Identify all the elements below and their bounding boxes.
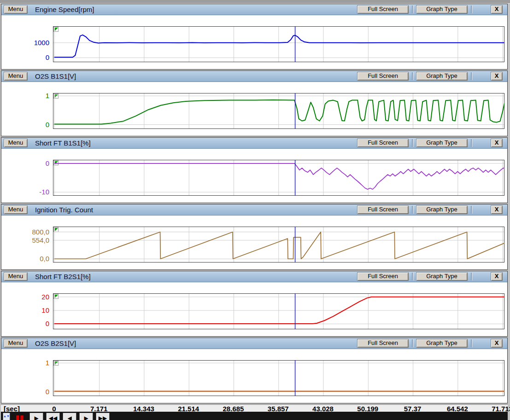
y-axis-label: 0	[7, 121, 49, 128]
full-screen-button[interactable]: Full Screen	[357, 139, 409, 147]
panel-titlebar: Menu Engine Speed[rpm] Full Screen Graph…	[1, 4, 507, 15]
y-axis-label: 20	[7, 293, 49, 301]
time-axis: [sec] 07.17114.34321.51428.68535.85743.0…	[1, 404, 508, 412]
y-axis-label: 0,0	[7, 255, 49, 262]
plot-area[interactable]	[53, 93, 504, 129]
full-screen-button[interactable]: Full Screen	[357, 5, 409, 14]
graph-type-button[interactable]: Graph Type	[416, 5, 468, 14]
trace-short-ft-b1s1	[54, 163, 504, 189]
y-axis-label: 800,0	[7, 228, 49, 236]
close-button[interactable]: X	[491, 72, 503, 81]
plot-area[interactable]	[53, 26, 504, 62]
titlebar-divider	[412, 339, 413, 347]
titlebar-divider	[471, 273, 472, 280]
app-window: Menu Engine Speed[rpm] Full Screen Graph…	[0, 0, 510, 420]
titlebar-divider	[412, 72, 413, 80]
close-button[interactable]: X	[491, 205, 503, 214]
panel-titlebar: Menu Ignition Trig. Count Full Screen Gr…	[1, 204, 507, 216]
graph-panel-stack: Menu Engine Speed[rpm] Full Screen Graph…	[0, 4, 510, 403]
panel-title: O2S B1S1[V]	[35, 72, 76, 80]
titlebar-actions: Full Screen Graph Type X	[357, 205, 503, 214]
close-button[interactable]: X	[491, 272, 503, 281]
titlebar-divider	[412, 6, 413, 13]
graph-panel-o2s-b2s1: Menu O2S B2S1[V] Full Screen Graph Type …	[1, 338, 508, 403]
playback-toolbar: ▲▼▮▮▶◀◀◀▶▶▶	[1, 412, 508, 420]
titlebar-spacer	[475, 9, 491, 10]
close-button[interactable]: X	[491, 5, 503, 14]
graph-type-button[interactable]: Graph Type	[416, 205, 468, 214]
graph-type-button[interactable]: Graph Type	[416, 272, 468, 281]
skip-end-button[interactable]: ▶▶	[96, 413, 110, 420]
titlebar-spacer	[475, 143, 491, 143]
full-screen-button[interactable]: Full Screen	[357, 272, 409, 281]
plot-area[interactable]	[53, 293, 504, 329]
graph-panel-short-ft-b1s1: Menu Short FT B1S1[%] Full Screen Graph …	[1, 137, 508, 203]
panel-titlebar: Menu Short FT B2S1[%] Full Screen Graph …	[1, 271, 507, 282]
y-axis-label: 0	[7, 159, 49, 167]
skip-start-button[interactable]: ◀◀	[46, 413, 60, 420]
step-forward-button[interactable]: ▶	[79, 413, 93, 420]
full-screen-button[interactable]: Full Screen	[357, 339, 409, 348]
step-back-button[interactable]: ◀	[63, 413, 76, 420]
titlebar-spacer	[475, 343, 491, 344]
y-axis-label: 10	[7, 306, 49, 314]
plot-area[interactable]	[53, 360, 504, 396]
close-button[interactable]: X	[491, 139, 503, 147]
pause-button[interactable]: ▮▮	[13, 413, 27, 420]
titlebar-divider	[412, 273, 413, 280]
graph-body: 800,0554,00,0	[1, 216, 507, 269]
play-button[interactable]: ▶	[29, 413, 43, 420]
y-axis-label: 1	[7, 92, 49, 99]
graph-type-button[interactable]: Graph Type	[416, 139, 468, 147]
graph-type-button[interactable]: Graph Type	[416, 339, 468, 348]
scroll-spinner[interactable]: ▲▼	[3, 413, 10, 420]
menu-button[interactable]: Menu	[4, 272, 28, 281]
panel-title: Short FT B1S1[%]	[35, 139, 91, 147]
titlebar-divider	[471, 139, 472, 147]
plot-area[interactable]	[53, 227, 504, 262]
panel-title: Ignition Trig. Count	[35, 206, 93, 214]
titlebar-spacer	[475, 276, 491, 277]
graph-body: 10000	[1, 15, 507, 69]
titlebar-divider	[471, 72, 472, 80]
titlebar-spacer	[475, 210, 491, 210]
trace-ignition-trig-count	[54, 232, 504, 259]
titlebar-actions: Full Screen Graph Type X	[357, 339, 503, 348]
graph-panel-o2s-b1s1: Menu O2S B1S1[V] Full Screen Graph Type …	[1, 70, 508, 136]
y-axis-label: 0	[7, 320, 49, 327]
titlebar-divider	[471, 206, 472, 214]
y-axis-label: 0	[7, 53, 49, 61]
trace-engine-speed	[54, 35, 504, 57]
menu-button[interactable]: Menu	[4, 5, 28, 14]
menu-button[interactable]: Menu	[4, 139, 28, 147]
panel-title: Short FT B2S1[%]	[35, 273, 91, 280]
window-top-strip	[0, 0, 510, 4]
titlebar-divider	[471, 339, 472, 347]
graph-body: 20100	[1, 282, 507, 336]
panel-title: Engine Speed[rpm]	[35, 6, 94, 13]
full-screen-button[interactable]: Full Screen	[357, 205, 409, 214]
panel-titlebar: Menu O2S B2S1[V] Full Screen Graph Type …	[1, 338, 507, 349]
titlebar-spacer	[475, 76, 491, 76]
y-axis-label: 554,0	[7, 236, 49, 244]
close-button[interactable]: X	[491, 339, 503, 348]
graph-panel-short-ft-b2s1: Menu Short FT B2S1[%] Full Screen Graph …	[1, 271, 508, 337]
y-axis-label: 1000	[7, 39, 49, 47]
menu-button[interactable]: Menu	[4, 205, 28, 214]
full-screen-button[interactable]: Full Screen	[357, 72, 409, 81]
menu-button[interactable]: Menu	[4, 72, 28, 81]
titlebar-actions: Full Screen Graph Type X	[357, 139, 503, 147]
panel-title: O2S B2S1[V]	[35, 339, 76, 347]
graph-body: 10	[1, 82, 507, 136]
graph-type-button[interactable]: Graph Type	[416, 72, 468, 81]
titlebar-divider	[412, 139, 413, 147]
titlebar-actions: Full Screen Graph Type X	[357, 72, 503, 81]
graph-panel-engine-speed: Menu Engine Speed[rpm] Full Screen Graph…	[1, 4, 508, 70]
graph-panel-ignition-trig-count: Menu Ignition Trig. Count Full Screen Gr…	[1, 204, 508, 270]
titlebar-actions: Full Screen Graph Type X	[357, 272, 503, 281]
titlebar-divider	[471, 6, 472, 13]
panel-titlebar: Menu O2S B1S1[V] Full Screen Graph Type …	[1, 71, 507, 82]
graph-body: 10	[1, 349, 507, 403]
menu-button[interactable]: Menu	[4, 339, 28, 348]
plot-area[interactable]	[53, 160, 504, 196]
